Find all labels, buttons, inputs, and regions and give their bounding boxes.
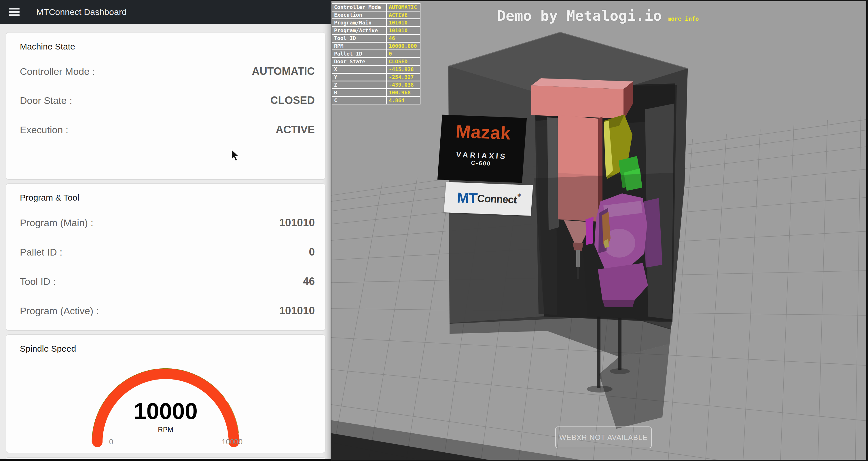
telemetry-value: -254.327 (387, 74, 420, 80)
mtconnect-logo-plate: MT Connect ® (444, 182, 533, 216)
telemetry-value: 0 (387, 51, 420, 57)
mazak-logo: Mazak (440, 121, 526, 144)
bottom-bar (0, 459, 331, 461)
telemetry-label: Execution (332, 11, 386, 19)
glass-door (534, 173, 674, 321)
telemetry-label: X (332, 66, 386, 73)
door-state-label: Door State : (20, 92, 72, 108)
telemetry-label: Pallet ID (332, 51, 386, 57)
spindle-speed-card: Spindle Speed 10000 RPM 0 10000 (6, 334, 326, 453)
door-state-value: CLOSED (271, 92, 315, 108)
program-main-value: 101010 (279, 215, 315, 231)
telemetry-value: 101010 (387, 27, 420, 34)
mtconnect-logo-connect: Connect (477, 193, 517, 206)
spindle-speed-gauge: 10000 RPM 0 10000 (6, 335, 325, 453)
pallet-id-value: 0 (309, 244, 315, 260)
execution-row: Execution : ACTIVE (20, 122, 315, 138)
program-tool-title: Program & Tool (20, 193, 79, 203)
tool-id-row: Tool ID : 46 (20, 273, 315, 290)
telemetry-label: Y (332, 74, 386, 80)
telemetry-value: 10000.000 (387, 42, 420, 50)
controller-mode-row: Controller Mode : AUTOMATIC (20, 63, 315, 79)
telemetry-label: Door State (332, 58, 386, 65)
controller-mode-value: AUTOMATIC (252, 63, 315, 79)
program-tool-card: Program & Tool Program (Main) : 101010 P… (6, 183, 326, 331)
menu-icon[interactable] (9, 8, 20, 16)
webxr-button[interactable]: WEBXR NOT AVAILABLE (555, 426, 652, 448)
registered-mark-icon: ® (518, 192, 521, 197)
telemetry-value: ACTIVE (387, 11, 420, 19)
page-title: MTConnect Dashboard (36, 7, 127, 17)
more-info-link[interactable]: more info (668, 15, 699, 22)
app-header: MTConnect Dashboard (0, 0, 331, 24)
pallet-id-label: Pallet ID : (20, 244, 62, 260)
telemetry-value: AUTOMATIC (387, 4, 420, 11)
telemetry-label: Program/Active (332, 27, 386, 34)
mtconnect-logo-mt: MT (457, 189, 478, 207)
scene-border (866, 0, 868, 461)
telemetry-hud-table: Controller ModeAUTOMATICExecutionACTIVEP… (332, 3, 421, 104)
telemetry-label: Program/Main (332, 19, 386, 26)
gauge-unit: RPM (158, 426, 173, 433)
telemetry-value: CLOSED (387, 58, 420, 65)
scene-border (331, 0, 332, 461)
telemetry-value: 46 (387, 35, 420, 42)
program-active-row: Program (Active) : 101010 (20, 303, 315, 319)
menu-icon-bar (9, 8, 20, 10)
program-main-row: Program (Main) : 101010 (20, 215, 315, 231)
gauge-max-label: 10000 (222, 437, 243, 446)
telemetry-value: 101010 (387, 19, 420, 26)
mazak-logo-plate: Mazak VARIAXIS C-600 (437, 115, 527, 183)
program-main-label: Program (Main) : (20, 215, 93, 231)
telemetry-label: RPM (332, 42, 386, 50)
tool-id-label: Tool ID : (20, 273, 56, 290)
execution-value: ACTIVE (276, 122, 315, 138)
machine-state-title: Machine State (20, 42, 75, 52)
program-active-label: Program (Active) : (20, 303, 99, 319)
scene-border (331, 460, 868, 461)
telemetry-value: -415.928 (387, 66, 420, 73)
telemetry-value: -439.038 (387, 81, 420, 88)
telemetry-label: Controller Mode (332, 4, 386, 11)
controller-mode-label: Controller Mode : (20, 63, 95, 79)
telemetry-value: 4.864 (387, 97, 420, 104)
gauge-min-label: 0 (109, 437, 113, 446)
door-state-row: Door State : CLOSED (20, 92, 315, 108)
menu-icon-bar (9, 14, 20, 16)
demo-title: Demo by Metalogi.io (497, 7, 662, 24)
telemetry-label: Z (332, 81, 386, 88)
mtconnect-dashboard-app: MTConnect Dashboard Machine State Contro… (0, 0, 868, 461)
menu-icon-bar (9, 11, 20, 13)
scene-border (331, 0, 868, 1)
gauge-value: 10000 (134, 398, 197, 424)
machine-3d-viewport[interactable]: Mazak VARIAXIS C-600 MT Connect ® Contro… (331, 0, 868, 461)
mouse-cursor (230, 149, 240, 162)
machine-state-card: Machine State Controller Mode : AUTOMATI… (6, 32, 326, 179)
telemetry-label: C (332, 97, 386, 104)
tool-id-value: 46 (303, 273, 315, 290)
pallet-id-row: Pallet ID : 0 (20, 244, 315, 260)
telemetry-value: 100.968 (387, 89, 420, 96)
telemetry-label: B (332, 89, 386, 96)
dashboard-panel: MTConnect Dashboard Machine State Contro… (0, 0, 331, 461)
telemetry-label: Tool ID (332, 35, 386, 42)
execution-label: Execution : (20, 122, 68, 138)
scene-title: Demo by Metalogi.io more info (497, 7, 699, 24)
program-active-value: 101010 (279, 303, 315, 319)
